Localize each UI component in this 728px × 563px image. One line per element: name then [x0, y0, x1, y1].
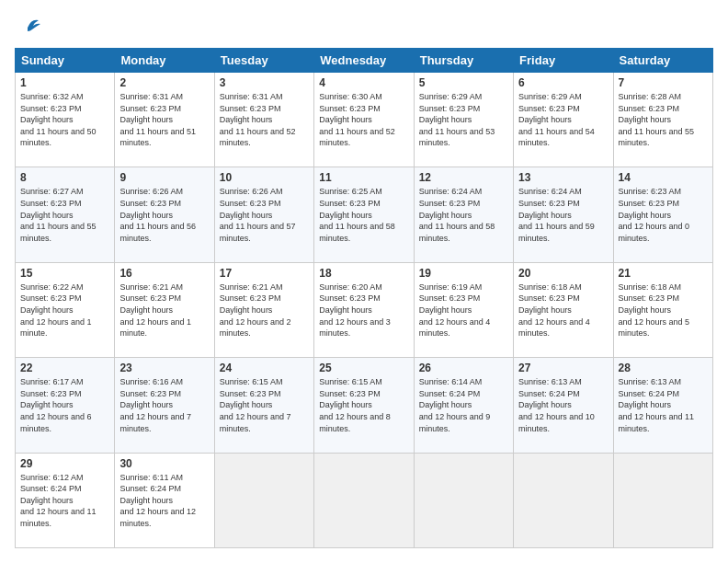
col-thursday: Thursday: [414, 49, 513, 73]
day-info: Sunrise: 6:15 AMSunset: 6:23 PMDaylight …: [220, 376, 309, 434]
day-number: 14: [619, 171, 708, 184]
day-info: Sunrise: 6:29 AMSunset: 6:23 PMDaylight …: [518, 91, 608, 149]
calendar-cell: 8Sunrise: 6:27 AMSunset: 6:23 PMDaylight…: [16, 167, 115, 262]
day-number: 23: [119, 362, 209, 374]
day-info: Sunrise: 6:21 AMSunset: 6:23 PMDaylight …: [119, 282, 209, 339]
day-number: 13: [518, 171, 608, 184]
day-info: Sunrise: 6:27 AMSunset: 6:23 PMDaylight …: [20, 186, 109, 244]
day-info: Sunrise: 6:32 AMSunset: 6:23 PMDaylight …: [20, 91, 109, 149]
day-number: 6: [518, 76, 608, 89]
day-info: Sunrise: 6:18 AMSunset: 6:23 PMDaylight …: [518, 282, 608, 339]
calendar-cell: 26Sunrise: 6:14 AMSunset: 6:24 PMDayligh…: [414, 358, 513, 453]
day-number: 4: [319, 76, 408, 89]
calendar-cell: 13Sunrise: 6:24 AMSunset: 6:23 PMDayligh…: [514, 167, 613, 262]
day-number: 2: [119, 76, 209, 89]
day-number: 21: [619, 267, 708, 280]
day-number: 11: [319, 171, 408, 184]
calendar-cell: [414, 453, 513, 547]
day-info: Sunrise: 6:21 AMSunset: 6:23 PMDaylight …: [220, 282, 309, 339]
day-number: 24: [220, 362, 309, 374]
day-number: 8: [20, 171, 109, 184]
calendar-header-row: Sunday Monday Tuesday Wednesday Thursday…: [16, 49, 713, 73]
calendar-week-5: 29Sunrise: 6:12 AMSunset: 6:24 PMDayligh…: [16, 453, 713, 547]
day-number: 9: [119, 171, 209, 184]
calendar-cell: 30Sunrise: 6:11 AMSunset: 6:24 PMDayligh…: [115, 453, 214, 547]
day-number: 15: [20, 267, 109, 280]
day-number: 26: [419, 362, 508, 374]
day-number: 25: [319, 362, 408, 374]
calendar-cell: 17Sunrise: 6:21 AMSunset: 6:23 PMDayligh…: [214, 262, 313, 357]
logo: [15, 15, 46, 39]
day-number: 19: [419, 267, 508, 280]
day-number: 20: [518, 267, 608, 280]
day-info: Sunrise: 6:14 AMSunset: 6:24 PMDaylight …: [419, 376, 508, 434]
day-info: Sunrise: 6:29 AMSunset: 6:23 PMDaylight …: [419, 91, 508, 149]
calendar-cell: 5Sunrise: 6:29 AMSunset: 6:23 PMDaylight…: [414, 73, 513, 167]
calendar-cell: 4Sunrise: 6:30 AMSunset: 6:23 PMDaylight…: [314, 73, 414, 167]
calendar-cell: 22Sunrise: 6:17 AMSunset: 6:23 PMDayligh…: [16, 358, 115, 453]
calendar-cell: 18Sunrise: 6:20 AMSunset: 6:23 PMDayligh…: [314, 262, 414, 357]
day-info: Sunrise: 6:31 AMSunset: 6:23 PMDaylight …: [119, 91, 209, 149]
day-info: Sunrise: 6:16 AMSunset: 6:23 PMDaylight …: [119, 376, 209, 434]
day-number: 18: [319, 267, 408, 280]
day-info: Sunrise: 6:26 AMSunset: 6:23 PMDaylight …: [220, 186, 309, 244]
day-info: Sunrise: 6:24 AMSunset: 6:23 PMDaylight …: [419, 186, 508, 244]
calendar-cell: 10Sunrise: 6:26 AMSunset: 6:23 PMDayligh…: [214, 167, 313, 262]
day-info: Sunrise: 6:12 AMSunset: 6:24 PMDaylight …: [20, 472, 109, 530]
calendar-cell: 1Sunrise: 6:32 AMSunset: 6:23 PMDaylight…: [16, 73, 115, 167]
logo-bird-icon: [18, 11, 46, 39]
header: [15, 15, 713, 39]
day-number: 7: [619, 76, 708, 89]
day-info: Sunrise: 6:22 AMSunset: 6:23 PMDaylight …: [20, 282, 109, 339]
day-info: Sunrise: 6:25 AMSunset: 6:23 PMDaylight …: [319, 186, 408, 244]
calendar-week-3: 15Sunrise: 6:22 AMSunset: 6:23 PMDayligh…: [16, 262, 713, 357]
calendar-table: Sunday Monday Tuesday Wednesday Thursday…: [15, 48, 713, 548]
calendar-cell: [314, 453, 414, 547]
day-number: 17: [220, 267, 309, 280]
day-number: 5: [419, 76, 508, 89]
day-info: Sunrise: 6:31 AMSunset: 6:23 PMDaylight …: [220, 91, 309, 149]
col-tuesday: Tuesday: [214, 49, 313, 73]
col-monday: Monday: [115, 49, 214, 73]
calendar-cell: 19Sunrise: 6:19 AMSunset: 6:23 PMDayligh…: [414, 262, 513, 357]
day-number: 28: [619, 362, 708, 374]
calendar-cell: 20Sunrise: 6:18 AMSunset: 6:23 PMDayligh…: [514, 262, 613, 357]
day-number: 16: [119, 267, 209, 280]
col-saturday: Saturday: [613, 49, 712, 73]
calendar-cell: 29Sunrise: 6:12 AMSunset: 6:24 PMDayligh…: [16, 453, 115, 547]
day-info: Sunrise: 6:15 AMSunset: 6:23 PMDaylight …: [319, 376, 408, 434]
day-info: Sunrise: 6:11 AMSunset: 6:24 PMDaylight …: [119, 472, 209, 530]
calendar-cell: 3Sunrise: 6:31 AMSunset: 6:23 PMDaylight…: [214, 73, 313, 167]
calendar-cell: 15Sunrise: 6:22 AMSunset: 6:23 PMDayligh…: [16, 262, 115, 357]
calendar-cell: 9Sunrise: 6:26 AMSunset: 6:23 PMDaylight…: [115, 167, 214, 262]
day-info: Sunrise: 6:24 AMSunset: 6:23 PMDaylight …: [518, 186, 608, 244]
calendar-week-2: 8Sunrise: 6:27 AMSunset: 6:23 PMDaylight…: [16, 167, 713, 262]
calendar-cell: 23Sunrise: 6:16 AMSunset: 6:23 PMDayligh…: [115, 358, 214, 453]
col-friday: Friday: [514, 49, 613, 73]
day-info: Sunrise: 6:26 AMSunset: 6:23 PMDaylight …: [119, 186, 209, 244]
day-number: 29: [20, 457, 109, 470]
day-info: Sunrise: 6:23 AMSunset: 6:23 PMDaylight …: [619, 186, 708, 244]
day-info: Sunrise: 6:18 AMSunset: 6:23 PMDaylight …: [619, 282, 708, 339]
day-number: 30: [119, 457, 209, 470]
day-info: Sunrise: 6:13 AMSunset: 6:24 PMDaylight …: [518, 376, 608, 434]
calendar-cell: 16Sunrise: 6:21 AMSunset: 6:23 PMDayligh…: [115, 262, 214, 357]
col-sunday: Sunday: [16, 49, 115, 73]
calendar-cell: 7Sunrise: 6:28 AMSunset: 6:23 PMDaylight…: [613, 73, 712, 167]
calendar-cell: 14Sunrise: 6:23 AMSunset: 6:23 PMDayligh…: [613, 167, 712, 262]
calendar-cell: 21Sunrise: 6:18 AMSunset: 6:23 PMDayligh…: [613, 262, 712, 357]
calendar-cell: [514, 453, 613, 547]
calendar-cell: 27Sunrise: 6:13 AMSunset: 6:24 PMDayligh…: [514, 358, 613, 453]
day-info: Sunrise: 6:20 AMSunset: 6:23 PMDaylight …: [319, 282, 408, 339]
calendar-cell: 28Sunrise: 6:13 AMSunset: 6:24 PMDayligh…: [613, 358, 712, 453]
calendar-week-1: 1Sunrise: 6:32 AMSunset: 6:23 PMDaylight…: [16, 73, 713, 167]
day-number: 1: [20, 76, 109, 89]
day-number: 12: [419, 171, 508, 184]
calendar-cell: 6Sunrise: 6:29 AMSunset: 6:23 PMDaylight…: [514, 73, 613, 167]
page: Sunday Monday Tuesday Wednesday Thursday…: [0, 0, 728, 563]
day-number: 22: [20, 362, 109, 374]
day-info: Sunrise: 6:30 AMSunset: 6:23 PMDaylight …: [319, 91, 408, 149]
calendar-cell: 12Sunrise: 6:24 AMSunset: 6:23 PMDayligh…: [414, 167, 513, 262]
day-info: Sunrise: 6:17 AMSunset: 6:23 PMDaylight …: [20, 376, 109, 434]
day-info: Sunrise: 6:19 AMSunset: 6:23 PMDaylight …: [419, 282, 508, 339]
